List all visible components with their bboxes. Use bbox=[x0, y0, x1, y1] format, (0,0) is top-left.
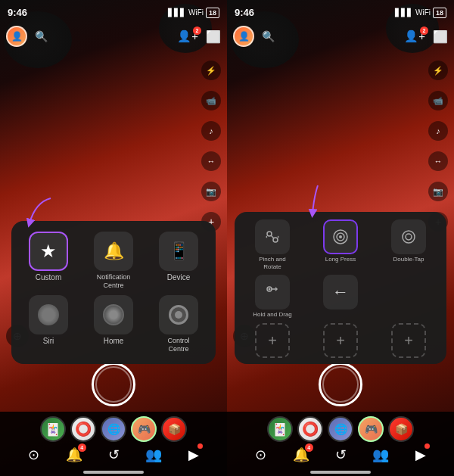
popup-item-siri[interactable]: Siri bbox=[19, 295, 78, 353]
video-icon-right[interactable]: 📹 bbox=[428, 91, 448, 110]
time-right: 9:46 bbox=[235, 7, 254, 18]
popup-item-pinch[interactable]: Pinch andRotate bbox=[241, 219, 304, 270]
dock-avatar-r3[interactable]: 🌐 bbox=[328, 416, 353, 442]
flash-icon-right[interactable]: ⚡ bbox=[428, 61, 448, 80]
nav-play-right[interactable]: ▶ bbox=[415, 446, 426, 463]
search-btn-right[interactable]: 🔍 bbox=[259, 27, 277, 45]
popup-item-device[interactable]: 📱 Device bbox=[149, 232, 208, 290]
arrow-annotation-left bbox=[20, 194, 81, 229]
nav-people-right[interactable]: 👥 bbox=[372, 446, 389, 463]
popup-item-double-tap[interactable]: Double-Tap bbox=[377, 219, 440, 270]
popup-item-long-press[interactable]: Long Press bbox=[309, 219, 372, 270]
popup-item-custom[interactable]: ★ Custom bbox=[19, 232, 78, 290]
video-icon-left[interactable]: 📹 bbox=[201, 91, 221, 110]
popup-item-home[interactable]: Home bbox=[84, 295, 143, 353]
popup-item-add-3[interactable]: + bbox=[377, 323, 440, 358]
custom-label: Custom bbox=[36, 273, 61, 282]
svg-point-5 bbox=[339, 235, 342, 238]
search-btn-left[interactable]: 🔍 bbox=[32, 27, 50, 45]
signal-icon-right: ▋▋▋ bbox=[395, 8, 413, 17]
long-press-label: Long Press bbox=[325, 256, 356, 263]
dock-avatar-2[interactable]: ⭕ bbox=[70, 416, 96, 442]
nav-refresh-right[interactable]: ↺ bbox=[335, 446, 347, 463]
svg-point-7 bbox=[406, 234, 412, 240]
bottom-dock-right: 🃏 ⭕ 🌐 🎮 📦 ⊙ 🔔 4 ↺ 👥 ▶ bbox=[227, 412, 454, 476]
nav-play-left[interactable]: ▶ bbox=[188, 446, 199, 463]
svg-point-9 bbox=[269, 288, 271, 291]
left-panel: 9:46 ▋▋▋ WiFi 18 👤 🔍 👤+ 2 ⬜ ⚡ 📹 ♪ ↔ 📷 + … bbox=[0, 0, 227, 476]
double-tap-label: Double-Tap bbox=[393, 256, 424, 263]
nav-bell-right[interactable]: 🔔 4 bbox=[293, 446, 309, 463]
device-label: Device bbox=[167, 273, 191, 282]
popup-menu-right: Pinch andRotate Long Press bbox=[235, 212, 446, 364]
status-bar-left: 9:46 ▋▋▋ WiFi 18 bbox=[0, 0, 227, 21]
popup-item-control[interactable]: ControlCentre bbox=[149, 295, 208, 353]
time-left: 9:46 bbox=[8, 7, 27, 18]
dock-avatar-1[interactable]: 🃏 bbox=[40, 416, 66, 442]
rotate-icon-right[interactable]: ↔ bbox=[428, 151, 448, 171]
photo-icon-left[interactable]: 📷 bbox=[201, 182, 221, 201]
dock-avatar-4[interactable]: 🎮 bbox=[131, 416, 157, 442]
popup-item-arrow[interactable]: ← bbox=[309, 275, 372, 319]
battery-icon-left: 18 bbox=[206, 8, 219, 18]
bottom-dock-left: 🃏 ⭕ 🌐 🎮 📦 ⊙ 🔔 4 ↺ 👥 ▶ bbox=[0, 412, 227, 476]
home-label: Home bbox=[104, 337, 124, 345]
popup-item-add-1[interactable]: + bbox=[241, 323, 304, 358]
right-icons-left: ⚡ 📹 ♪ ↔ 📷 + bbox=[201, 61, 221, 232]
rotate-icon-left[interactable]: ↔ bbox=[201, 151, 221, 171]
flash-icon-left[interactable]: ⚡ bbox=[201, 61, 221, 80]
pinch-label: Pinch andRotate bbox=[259, 256, 286, 270]
dock-avatar-r5[interactable]: 📦 bbox=[388, 416, 414, 442]
camera-frame-btn-right[interactable]: ⬜ bbox=[433, 30, 448, 44]
nav-home-right[interactable]: ⊙ bbox=[255, 446, 266, 463]
dock-avatar-5[interactable]: 📦 bbox=[161, 416, 187, 442]
nav-refresh-left[interactable]: ↺ bbox=[108, 446, 120, 463]
siri-label: Siri bbox=[43, 337, 54, 345]
nav-people-left[interactable]: 👥 bbox=[145, 446, 162, 463]
wifi-icon-left: WiFi bbox=[188, 8, 204, 17]
dock-avatar-r2[interactable]: ⭕ bbox=[297, 416, 323, 442]
popup-item-notification[interactable]: 🔔 NotificationCentre bbox=[84, 232, 143, 290]
popup-item-add-2[interactable]: + bbox=[309, 323, 372, 358]
arrow-annotation-right bbox=[276, 182, 337, 219]
dock-avatar-r4[interactable]: 🎮 bbox=[358, 416, 384, 442]
nav-home-left[interactable]: ⊙ bbox=[28, 446, 39, 463]
right-icons-right: ⚡ 📹 ♪ ↔ 📷 + bbox=[428, 61, 448, 232]
dock-avatar-r1[interactable]: 🃏 bbox=[267, 416, 293, 442]
right-panel: 9:46 ▋▋▋ WiFi 18 👤 🔍 👤+ 2 ⬜ ⚡ 📹 ♪ ↔ 📷 + … bbox=[227, 0, 454, 476]
camera-frame-btn-left[interactable]: ⬜ bbox=[206, 30, 221, 44]
battery-icon-right: 18 bbox=[433, 8, 446, 18]
signal-icon-left: ▋▋▋ bbox=[168, 8, 186, 17]
svg-line-2 bbox=[271, 235, 274, 238]
top-bar-left: 👤 🔍 👤+ 2 ⬜ bbox=[0, 21, 227, 51]
status-bar-right: 9:46 ▋▋▋ WiFi 18 bbox=[227, 0, 454, 21]
popup-item-empty-1 bbox=[377, 275, 440, 319]
notification-label: NotificationCentre bbox=[97, 273, 131, 290]
nav-bell-left[interactable]: 🔔 4 bbox=[66, 446, 82, 463]
svg-point-6 bbox=[403, 231, 415, 243]
add-friend-btn-left[interactable]: 👤+ 2 bbox=[177, 30, 198, 43]
wifi-icon-right: WiFi bbox=[415, 8, 431, 17]
add-friend-btn-right[interactable]: 👤+ 2 bbox=[404, 30, 425, 43]
capture-btn-right[interactable] bbox=[319, 362, 362, 406]
control-label: ControlCentre bbox=[167, 337, 189, 353]
hold-drag-label: Hold and Drag bbox=[253, 311, 292, 319]
dock-avatar-3[interactable]: 🌐 bbox=[101, 416, 126, 442]
popup-item-hold-drag[interactable]: Hold and Drag bbox=[241, 275, 304, 319]
top-bar-right: 👤 🔍 👤+ 2 ⬜ bbox=[227, 21, 454, 51]
avatar-left[interactable]: 👤 bbox=[6, 26, 27, 47]
popup-menu-left: ★ Custom 🔔 NotificationCentre 📱 Device S… bbox=[11, 221, 216, 364]
music-icon-left[interactable]: ♪ bbox=[201, 121, 221, 141]
photo-icon-right[interactable]: 📷 bbox=[428, 182, 448, 201]
avatar-right[interactable]: 👤 bbox=[233, 26, 254, 47]
capture-btn-left[interactable] bbox=[92, 362, 135, 406]
music-icon-right[interactable]: ♪ bbox=[428, 121, 448, 141]
